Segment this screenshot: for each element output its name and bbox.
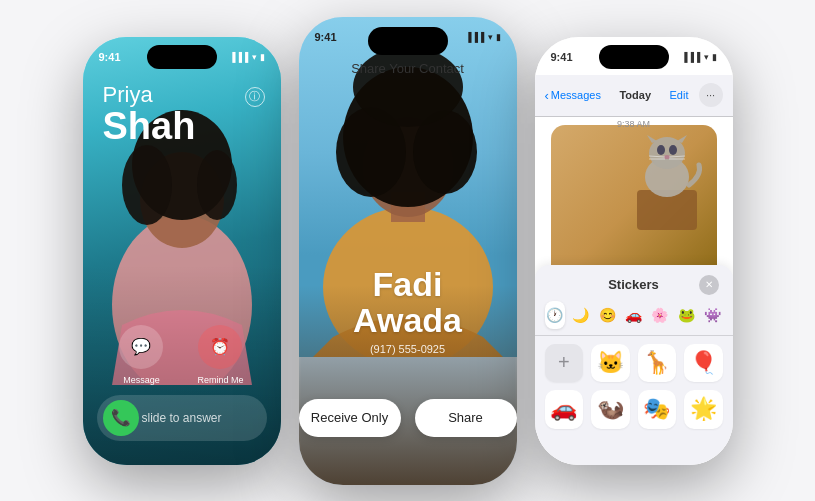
sticker-tabs: 🕐 🌙 😊 🚗 🌸 🐸 👾 bbox=[535, 301, 733, 336]
sticker-giraffe[interactable]: 🦒 bbox=[638, 344, 677, 383]
sticker-tab-dark[interactable]: 🌙 bbox=[571, 301, 591, 329]
sticker-tab-animal[interactable]: 🐸 bbox=[676, 301, 696, 329]
wifi-icon-1: ▾ bbox=[252, 52, 257, 62]
status-icons-2: ▐▐▐ ▾ ▮ bbox=[465, 32, 500, 42]
status-time-1: 9:41 bbox=[99, 51, 121, 63]
caller-first-name: Priya bbox=[103, 83, 261, 107]
slide-text: slide to answer bbox=[139, 411, 225, 425]
message-action[interactable]: 💬 Message bbox=[119, 325, 163, 385]
messages-date: Today bbox=[601, 89, 670, 101]
signal-icon-3: ▐▐▐ bbox=[681, 52, 700, 62]
share-button[interactable]: Share bbox=[415, 399, 517, 437]
stickers-title: Stickers bbox=[569, 277, 699, 292]
sticker-extra-1[interactable]: 🎭 bbox=[638, 390, 677, 429]
info-icon[interactable]: ⓘ bbox=[245, 87, 265, 107]
phone-2-wrapper: 9:41 ▐▐▐ ▾ ▮ Share Your Contact Fadi Awa… bbox=[299, 17, 517, 485]
remind-circle: ⏰ bbox=[198, 325, 242, 369]
sticker-balloon[interactable]: 🎈 bbox=[684, 344, 723, 383]
phone-3: 9:41 ▐▐▐ ▾ ▮ ‹ Messages Today Edit ··· bbox=[535, 37, 733, 465]
message-timestamp: 9:38 AM bbox=[535, 119, 733, 129]
status-bar-2: 9:41 ▐▐▐ ▾ ▮ bbox=[315, 31, 501, 43]
message-circle: 💬 bbox=[119, 325, 163, 369]
contact-name-container: Fadi Awada (917) 555-0925 bbox=[299, 267, 517, 354]
sticker-extra-2[interactable]: 🌟 bbox=[684, 390, 723, 429]
status-icons-3: ▐▐▐ ▾ ▮ bbox=[681, 52, 716, 62]
status-icons-1: ▐▐▐ ▾ ▮ bbox=[229, 52, 264, 62]
dynamic-island-1 bbox=[147, 45, 217, 69]
stickers-grid: + 🐱 🦒 🎈 🚗 🦦 🎭 🌟 bbox=[535, 336, 733, 437]
share-header-text: Share Your Contact bbox=[299, 61, 517, 76]
status-time-2: 9:41 bbox=[315, 31, 337, 43]
message-label: Message bbox=[123, 375, 160, 385]
phone-2: 9:41 ▐▐▐ ▾ ▮ Share Your Contact Fadi Awa… bbox=[299, 17, 517, 485]
sticker-tab-frog[interactable]: 👾 bbox=[702, 301, 722, 329]
wifi-icon-2: ▾ bbox=[488, 32, 493, 42]
svg-point-17 bbox=[657, 145, 665, 155]
more-button[interactable]: ··· bbox=[699, 83, 723, 107]
sticker-tab-car[interactable]: 🚗 bbox=[623, 301, 643, 329]
phone-1-wrapper: 9:41 ▐▐▐ ▾ ▮ Priya Shah ⓘ 💬 Message ⏰ Re… bbox=[83, 37, 281, 465]
battery-icon-1: ▮ bbox=[260, 52, 265, 62]
signal-icon-2: ▐▐▐ bbox=[465, 32, 484, 42]
stickers-panel: Stickers ✕ 🕐 🌙 😊 🚗 🌸 🐸 👾 + 🐱 bbox=[535, 265, 733, 465]
cat-svg bbox=[627, 135, 707, 235]
battery-icon-3: ▮ bbox=[712, 52, 717, 62]
battery-icon-2: ▮ bbox=[496, 32, 501, 42]
add-sticker-button[interactable]: + bbox=[545, 344, 584, 383]
messages-screen: 9:41 ▐▐▐ ▾ ▮ ‹ Messages Today Edit ··· bbox=[535, 37, 733, 465]
cat-photo-message bbox=[551, 125, 717, 285]
sticker-cat[interactable]: 🐱 bbox=[591, 344, 630, 383]
call-actions: 💬 Message ⏰ Remind Me bbox=[83, 325, 281, 385]
sticker-cool-animal[interactable]: 🦦 bbox=[591, 390, 630, 429]
receive-only-button[interactable]: Receive Only bbox=[299, 399, 401, 437]
back-label: Messages bbox=[551, 89, 601, 101]
svg-point-11 bbox=[353, 47, 463, 127]
status-bar-3: 9:41 ▐▐▐ ▾ ▮ bbox=[551, 51, 717, 63]
contact-phone-number: (917) 555-0925 bbox=[299, 343, 517, 355]
svg-point-3 bbox=[122, 145, 172, 225]
sticker-car[interactable]: 🚗 bbox=[545, 390, 584, 429]
back-button[interactable]: ‹ Messages bbox=[545, 88, 601, 103]
edit-button[interactable]: Edit bbox=[670, 89, 689, 101]
phone-1: 9:41 ▐▐▐ ▾ ▮ Priya Shah ⓘ 💬 Message ⏰ Re… bbox=[83, 37, 281, 465]
sticker-tab-flower[interactable]: 🌸 bbox=[650, 301, 670, 329]
messages-header-bar: ‹ Messages Today Edit ··· bbox=[535, 75, 733, 117]
svg-point-18 bbox=[669, 145, 677, 155]
sticker-tab-emoji[interactable]: 😊 bbox=[597, 301, 617, 329]
share-buttons-container: Receive Only Share bbox=[299, 399, 517, 437]
remind-label: Remind Me bbox=[197, 375, 243, 385]
svg-point-4 bbox=[197, 150, 237, 220]
contact-last-name: Awada bbox=[299, 303, 517, 339]
stickers-header: Stickers ✕ bbox=[535, 265, 733, 301]
slide-to-answer-bar[interactable]: 📞 slide to answer bbox=[97, 395, 267, 441]
answer-button[interactable]: 📞 bbox=[103, 400, 139, 436]
stickers-close-button[interactable]: ✕ bbox=[699, 275, 719, 295]
caller-last-name: Shah bbox=[103, 107, 261, 145]
signal-icon-1: ▐▐▐ bbox=[229, 52, 248, 62]
wifi-icon-3: ▾ bbox=[704, 52, 709, 62]
phone-3-wrapper: 9:41 ▐▐▐ ▾ ▮ ‹ Messages Today Edit ··· bbox=[535, 37, 733, 465]
chevron-left-icon: ‹ bbox=[545, 88, 549, 103]
remind-action[interactable]: ⏰ Remind Me bbox=[197, 325, 243, 385]
sticker-tab-recents[interactable]: 🕐 bbox=[545, 301, 565, 329]
status-time-3: 9:41 bbox=[551, 51, 573, 63]
contact-first-name: Fadi bbox=[299, 267, 517, 303]
